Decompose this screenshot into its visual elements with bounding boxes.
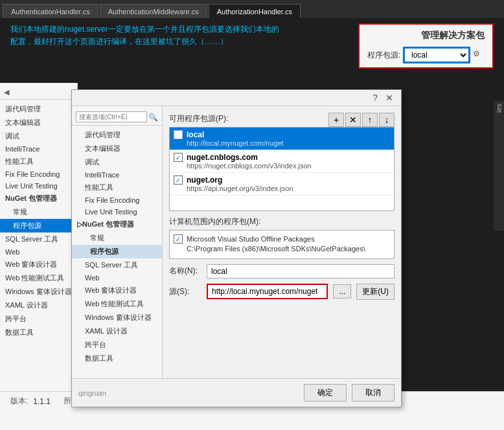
dialog-close-btn[interactable]: ✕ [383,93,396,103]
name-field-row: 名称(N): [169,264,395,278]
ok-button[interactable]: 确定 [304,384,347,402]
dlg-nav-perf-tools[interactable]: 性能工具 [72,181,162,194]
tab-bar: AuthenticationHandler.cs AuthenticationM… [0,0,504,18]
sidebar-item-web-perf[interactable]: Web 性能测试工具 [0,271,77,285]
dlg-nav-intellitrace[interactable]: IntelliTrace [72,169,162,181]
dlg-nav-web-forms[interactable]: Web 窗体设计器 [72,284,162,297]
computer-source-name: Microsoft Visual Studio Offline Packages [187,234,365,244]
name-input[interactable] [207,264,395,278]
search-icon: 🔍 [148,113,158,122]
computer-sources-list: Microsoft Visual Studio Offline Packages… [169,230,395,259]
source-checkbox-cnblogs[interactable] [174,153,183,162]
version-label: 版本: [10,396,28,407]
sidebar-item-text-editor[interactable]: 文本编辑器 [0,116,77,130]
sidebar-item-intellitrace[interactable]: IntelliTrace [0,143,77,155]
sidebar-item-data-tools[interactable]: 数据工具 [0,326,77,339]
move-up-button[interactable]: ↑ [362,113,378,127]
dlg-nav-debug[interactable]: 调试 [72,155,162,169]
sidebar-item-cross-platform[interactable]: 跨平台 [0,312,77,326]
remove-source-button[interactable]: ✕ [345,113,361,127]
tab-authentication-middleware[interactable]: AuthenticationMiddleware.cs [100,4,207,18]
dlg-nav-windows-forms[interactable]: Windows 窗体设计器 [72,311,162,324]
dlg-nav-nuget[interactable]: ▷ NuGet 包管理器 [72,218,162,231]
source-item-local[interactable]: local http://local.mynuget.com/nuget [170,128,394,150]
source-field-row: 源(S): ... 更新(U) [169,284,395,300]
source-name-cnblogs: nuget.cnblogs.com [187,153,258,162]
sidebar-item-live-unit-testing[interactable]: Live Unit Testing [0,180,77,192]
dlg-nav-web[interactable]: Web [72,272,162,284]
nuget-manager-title: 管理解决方案包 [367,30,485,41]
dialog-right-content: 可用程序包源(P): + ✕ ↑ ↓ [163,106,401,378]
source-name-local: local [187,130,204,139]
tab-authorization-handler[interactable]: AuthorizationHandler.cs [209,4,301,18]
dlg-nav-cross-platform[interactable]: 跨平台 [72,338,162,352]
sources-header: 可用程序包源(P): + ✕ ↑ ↓ [169,113,395,127]
main-area: 我们本地搭建的nuget.server一定要放在第一个并且程序包源要选择我们本地… [0,18,504,430]
sidebar-item-debug[interactable]: 调试 [0,130,77,143]
computer-sources-section: 计算机范围内的程序包(M): Microsoft Visual Studio O… [169,216,395,259]
move-down-button[interactable]: ↓ [379,113,395,127]
version-value: 1.1.1 [33,397,51,406]
sidebar-item-perf-tools[interactable]: 性能工具 [0,155,77,168]
browse-button[interactable]: ... [333,284,351,299]
sidebar-item-sql-server[interactable]: SQL Server 工具 [0,232,77,246]
dialog-left-nav: 🔍 源代码管理 文本编辑器 调试 IntelliTrace 性能工具 Fix F… [72,106,163,378]
dialog-controls: ? ✕ [370,93,396,103]
dialog-body: 🔍 源代码管理 文本编辑器 调试 IntelliTrace 性能工具 Fix F… [72,106,401,378]
nuget-source-label: 程序包源: [367,50,400,61]
gear-icon[interactable]: ⚙ [473,49,485,61]
sidebar-item-windows-forms[interactable]: Windows 窗体设计器 [0,285,77,299]
sources-toolbar: + ✕ ↑ ↓ [328,113,395,127]
computer-source-checkbox[interactable] [174,234,183,243]
dlg-nav-source-control[interactable]: 源代码管理 [72,128,162,142]
source-name-nuget-org: nuget.org [187,175,222,185]
source-item-cnblogs[interactable]: nuget.cnblogs.com https://nuget.cnblogs.… [170,150,394,173]
right-strip: ies [494,101,504,231]
computer-sources-label: 计算机范围内的程序包(M): [169,216,395,227]
sidebar-item-source-control[interactable]: 源代码管理 [0,102,77,116]
sidebar-item-xaml[interactable]: XAML 设计器 [0,299,77,312]
source-url-local: http://local.mynuget.com/nuget [174,139,390,147]
update-button[interactable]: 更新(U) [356,284,395,300]
dlg-nav-xaml[interactable]: XAML 设计器 [72,324,162,338]
sidebar-item-web[interactable]: Web [0,246,77,258]
sidebar-item-nuget-manager[interactable]: NuGet 包管理器 [0,192,77,205]
nuget-source-select[interactable]: local [404,48,469,62]
vs-sidebar: ◀ 源代码管理 文本编辑器 调试 IntelliTrace 性能工具 Fix F… [0,83,78,430]
source-checkbox-local[interactable] [174,130,183,139]
available-sources-label: 可用程序包源(P): [169,113,228,124]
annotation-area: 我们本地搭建的nuget.server一定要放在第一个并且程序包源要选择我们本地… [0,18,504,83]
dialog-help-btn[interactable]: ? [370,93,380,103]
dlg-nav-nuget-sources[interactable]: 程序包源 [72,245,162,258]
source-url-nuget-org: https://api.nuget.org/v3/index.json [174,185,390,192]
sidebar-item-fix-file-encoding[interactable]: Fix File Encoding [0,168,77,180]
dialog-search-area: 🔍 [72,109,162,126]
dlg-nav-text-editor[interactable]: 文本编辑器 [72,142,162,155]
version-field: 版本: 1.1.1 [10,396,51,407]
dlg-nav-web-perf[interactable]: Web 性能测试工具 [72,297,162,311]
nuget-source-row: 程序包源: local ⚙ [367,48,485,62]
nuget-manager-panel: 管理解决方案包 程序包源: local ⚙ [358,23,494,69]
source-input[interactable] [207,284,328,299]
name-label: 名称(N): [169,266,201,277]
dlg-nav-live-unit[interactable]: Live Unit Testing [72,206,162,218]
cancel-button[interactable]: 取消 [352,384,395,402]
tab-authentication-handler[interactable]: AuthenticationHandler.cs [3,4,98,18]
sidebar-item-nuget-sources[interactable]: 程序包源 [0,219,77,232]
dialog-search-input[interactable] [76,111,147,122]
annotation-text: 我们本地搭建的nuget.server一定要放在第一个并且程序包源要选择我们本地… [10,23,282,48]
sidebar-item-web-forms[interactable]: Web 窗体设计器 [0,258,77,271]
sources-list: local http://local.mynuget.com/nuget nug… [169,127,395,211]
source-item-nuget-org[interactable]: nuget.org https://api.nuget.org/v3/index… [170,173,394,196]
computer-source-item: Microsoft Visual Studio Offline Packages… [174,234,390,255]
dialog-titlebar: ? ✕ [72,90,401,106]
dlg-nav-nuget-general[interactable]: 常规 [72,231,162,245]
right-strip-text: ies [492,101,504,115]
sidebar-item-nuget-general[interactable]: 常规 [0,205,77,219]
dlg-nav-fix-file-encoding[interactable]: Fix File Encoding [72,194,162,206]
dlg-nav-sql-server[interactable]: SQL Server 工具 [72,258,162,272]
source-checkbox-nuget-org[interactable] [174,175,183,185]
source-url-cnblogs: https://nuget.cnblogs.com/v3/index.json [174,162,390,170]
add-source-button[interactable]: + [328,113,344,127]
dlg-nav-data-tools[interactable]: 数据工具 [72,352,162,365]
